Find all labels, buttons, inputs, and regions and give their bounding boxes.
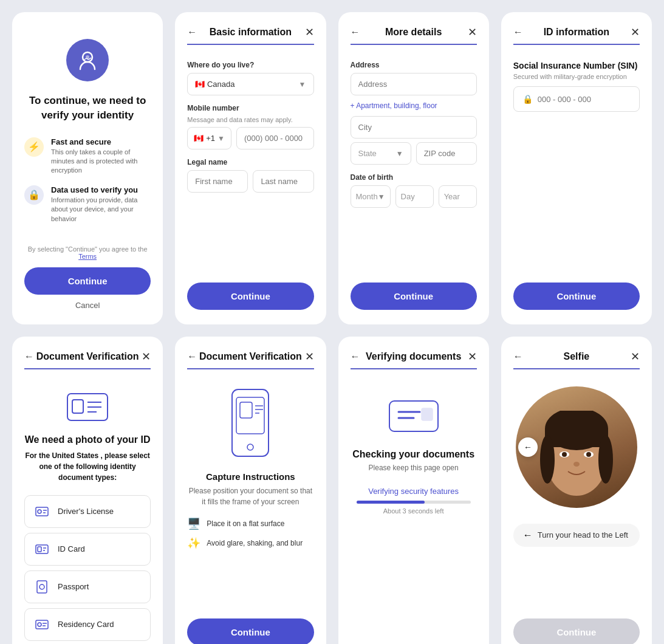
selfie-continue-button[interactable]: Continue — [513, 618, 640, 644]
card-id-info: ← ID information ✕ Social Insurance Numb… — [501, 12, 652, 324]
phone-flag-select[interactable]: 🇨🇦 +1 ▼ — [187, 127, 231, 149]
sin-input[interactable]: 🔒 — [513, 86, 640, 112]
doc-option-drivers-license[interactable]: Driver's License — [24, 495, 151, 528]
card-more-details: ← More details ✕ Address + Apartment, bu… — [338, 12, 489, 324]
card-verify-identity: To continue, we need to verify your iden… — [12, 12, 163, 324]
more-details-close-button[interactable]: ✕ — [468, 26, 477, 39]
doc-verification-subtitle: For the United States , please select on… — [24, 450, 151, 483]
city-input[interactable] — [351, 116, 477, 139]
doc-option-passport[interactable]: Passport — [24, 570, 151, 603]
selfie-instruction-box: ← Turn your head to the Left — [513, 524, 640, 547]
first-name-input[interactable] — [187, 170, 248, 193]
name-row — [187, 170, 313, 193]
card-verifying-documents: ← Verifying documents ✕ Checking your do… — [338, 337, 489, 644]
no-glare-icon: ✨ — [187, 536, 200, 550]
phone-field[interactable] — [244, 134, 306, 143]
sin-lock-icon: 🔒 — [522, 94, 533, 104]
feature-fast-text: Fast and secure This only takes a couple… — [51, 137, 151, 176]
basic-info-close-button[interactable]: ✕ — [305, 26, 314, 39]
residency-card-icon — [33, 616, 50, 633]
capture-instructions-back-button[interactable]: ← — [187, 351, 197, 362]
instruction-flat-surface: 🖥️ Place it on a flat surface — [187, 517, 313, 530]
id-info-title: ID information — [544, 27, 609, 38]
svg-point-8 — [38, 510, 41, 513]
selfie-circle-container: ← — [516, 386, 637, 508]
doc-verification-header: ← Document Verification ✕ — [24, 351, 151, 369]
id-info-continue-button[interactable]: Continue — [513, 283, 640, 310]
day-select[interactable]: Day — [395, 185, 434, 208]
instruction1-text: Place it on a flat surface — [207, 519, 284, 528]
selfie-arrow-overlay: ← — [518, 437, 538, 457]
svg-rect-35 — [545, 429, 608, 447]
flat-surface-icon: 🖥️ — [187, 517, 200, 530]
id-info-header: ← ID information ✕ — [513, 27, 640, 45]
svg-point-40 — [573, 462, 580, 467]
phone-row: 🇨🇦 +1 ▼ — [187, 127, 313, 149]
capture-instructions-header: ← Document Verification ✕ — [187, 351, 313, 369]
last-name-input[interactable] — [253, 170, 313, 193]
capture-phone-icon — [187, 386, 313, 462]
selfie-title: Selfie — [564, 351, 590, 362]
instruction2-text: Avoid glare, shaking, and blur — [207, 539, 303, 547]
zip-input[interactable] — [416, 142, 477, 165]
verifying-documents-header: ← Verifying documents ✕ — [351, 351, 477, 369]
sin-field[interactable] — [538, 95, 631, 104]
doc-verification-back-button[interactable]: ← — [24, 351, 34, 362]
selfie-close-button[interactable]: ✕ — [631, 350, 640, 363]
selfie-instruction-text: Turn your head to the Left — [538, 530, 628, 540]
country-chevron-icon: ▼ — [299, 80, 306, 89]
verify-doc-title: Checking your documents — [351, 449, 477, 460]
city-field[interactable] — [358, 123, 469, 132]
verify-continue-button[interactable]: Continue — [24, 267, 151, 295]
passport-label: Passport — [58, 582, 89, 591]
more-details-back-button[interactable]: ← — [351, 27, 360, 38]
state-select[interactable]: State ▼ — [351, 142, 411, 165]
last-name-field[interactable] — [261, 177, 306, 186]
month-select[interactable]: Month ▼ — [351, 185, 391, 208]
progress-bar-background — [357, 501, 471, 504]
more-details-continue-button[interactable]: Continue — [351, 283, 477, 310]
svg-point-41 — [540, 435, 555, 484]
doc-option-id-card[interactable]: ID Card — [24, 533, 151, 566]
address-field[interactable] — [358, 80, 469, 89]
doc-verification-photo-title: We need a photo of your ID — [24, 434, 151, 445]
id-info-close-button[interactable]: ✕ — [631, 26, 640, 39]
doc-verification-title: Document Verification — [36, 351, 139, 362]
card-doc-verification: ← Document Verification ✕ We need a phot… — [12, 337, 163, 644]
verify-doc-subtitle: Please keep this page open — [351, 464, 477, 472]
svg-rect-21 — [232, 389, 269, 456]
verifying-documents-close-button[interactable]: ✕ — [468, 350, 477, 363]
doc-verification-close-button[interactable]: ✕ — [142, 350, 151, 363]
verifying-documents-back-button[interactable]: ← — [351, 351, 360, 362]
phone-input[interactable] — [236, 127, 314, 149]
verify-cancel-button[interactable]: Cancel — [24, 301, 151, 310]
selfie-face-container: ← — [516, 386, 637, 508]
sin-label: Social Insurance Number (SIN) — [513, 61, 640, 70]
capture-subtitle: Please position your document so that it… — [187, 485, 313, 507]
progress-time: About 3 seconds left — [351, 507, 477, 515]
zip-field[interactable] — [424, 149, 469, 158]
basic-info-continue-button[interactable]: Continue — [187, 283, 313, 310]
basic-info-back-button[interactable]: ← — [187, 27, 197, 38]
year-select[interactable]: Year — [439, 185, 477, 208]
country-select[interactable]: 🇨🇦 Canada ▼ — [187, 73, 313, 95]
selfie-back-button[interactable]: ← — [513, 351, 523, 362]
feature-data-used: 🔒 Data used to verify you Information yo… — [24, 185, 151, 224]
doc-option-residency-card[interactable]: Residency Card — [24, 608, 151, 641]
capture-instructions-continue-button[interactable]: Continue — [187, 618, 313, 644]
terms-link[interactable]: Terms — [78, 253, 97, 260]
address-input[interactable] — [351, 73, 477, 95]
instruction-no-glare: ✨ Avoid glare, shaking, and blur — [187, 536, 313, 550]
state-zip-row: State ▼ — [351, 142, 477, 165]
address-label: Address — [351, 61, 477, 69]
selfie-header: ← Selfie ✕ — [513, 351, 640, 369]
card-basic-info: ← Basic information ✕ Where do you live?… — [175, 12, 326, 324]
state-chevron-icon: ▼ — [396, 149, 403, 158]
id-card-label: ID Card — [58, 544, 85, 553]
first-name-field[interactable] — [195, 177, 240, 186]
more-details-header: ← More details ✕ — [351, 27, 477, 45]
feature-data-text: Data used to verify you Information you … — [51, 185, 151, 224]
capture-instructions-close-button[interactable]: ✕ — [305, 350, 314, 363]
id-info-back-button[interactable]: ← — [513, 27, 523, 38]
apartment-link[interactable]: + Apartment, building, floor — [351, 101, 477, 110]
